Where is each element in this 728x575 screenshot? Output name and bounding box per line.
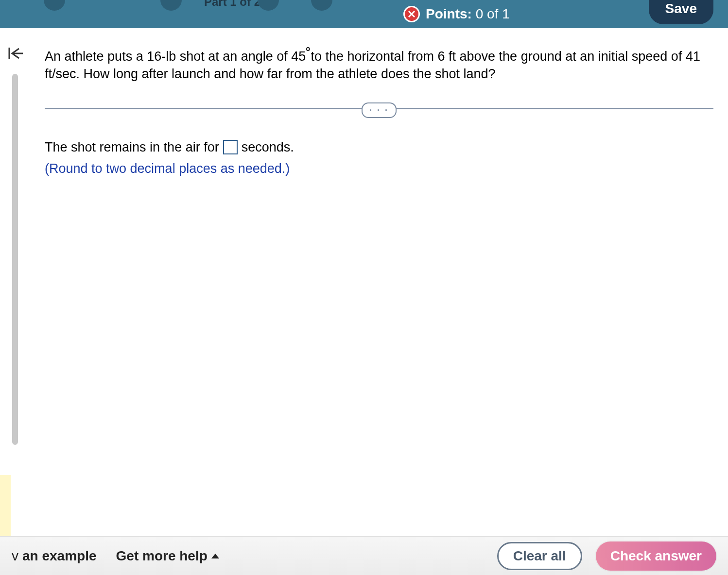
part-label: Part 1 of 2 [204, 0, 260, 9]
check-answer-button[interactable]: Check answer [596, 541, 716, 571]
points-value: 0 of 1 [476, 6, 510, 21]
nav-bubble[interactable] [258, 0, 279, 11]
x-circle-icon [403, 6, 420, 22]
problem-text: An athlete puts a 16-lb shot at an angle… [45, 48, 713, 83]
answer-line: The shot remains in the air for seconds. [45, 138, 713, 156]
scrollbar-thumb[interactable] [12, 74, 18, 445]
nav-bubble[interactable] [311, 0, 332, 11]
points-status: Points: 0 of 1 [403, 0, 510, 28]
footer-left: v an example Get more help [12, 548, 219, 564]
clear-all-button[interactable]: Clear all [497, 542, 582, 570]
more-help-label: Get more help [116, 548, 208, 564]
answer-input[interactable] [223, 140, 238, 154]
caret-up-icon [211, 554, 219, 558]
content-area: An athlete puts a 16-lb shot at an angle… [30, 28, 728, 536]
answer-suffix: seconds. [242, 138, 294, 156]
nav-bubble[interactable] [44, 0, 65, 11]
left-highlight-strip [0, 473, 11, 536]
points-label-text: Points: [426, 6, 472, 21]
save-button[interactable]: Save [649, 0, 713, 24]
sidebar-collapse-column [0, 28, 30, 536]
rounding-hint: (Round to two decimal places as needed.) [45, 160, 713, 177]
collapse-left-icon[interactable] [4, 43, 26, 64]
divider: · · · [45, 102, 713, 114]
get-more-help-button[interactable]: Get more help [116, 548, 219, 564]
footer-right: Clear all Check answer [497, 541, 716, 571]
view-example-button[interactable]: v an example [12, 548, 97, 564]
body-area: An athlete puts a 16-lb shot at an angle… [0, 28, 728, 536]
scrollbar-track[interactable] [12, 74, 18, 526]
example-label: an example [22, 548, 97, 564]
problem-prefix: An athlete puts a 16-lb shot at an angle… [45, 49, 306, 64]
expand-pill-button[interactable]: · · · [362, 102, 397, 118]
example-prefix: v [12, 548, 18, 564]
answer-prefix: The shot remains in the air for [45, 138, 219, 156]
header-bar: Part 1 of 2 Points: 0 of 1 Save [0, 0, 728, 28]
points-label: Points: 0 of 1 [426, 6, 510, 22]
footer-bar: v an example Get more help Clear all Che… [0, 536, 728, 575]
nav-bubble[interactable] [160, 0, 182, 11]
